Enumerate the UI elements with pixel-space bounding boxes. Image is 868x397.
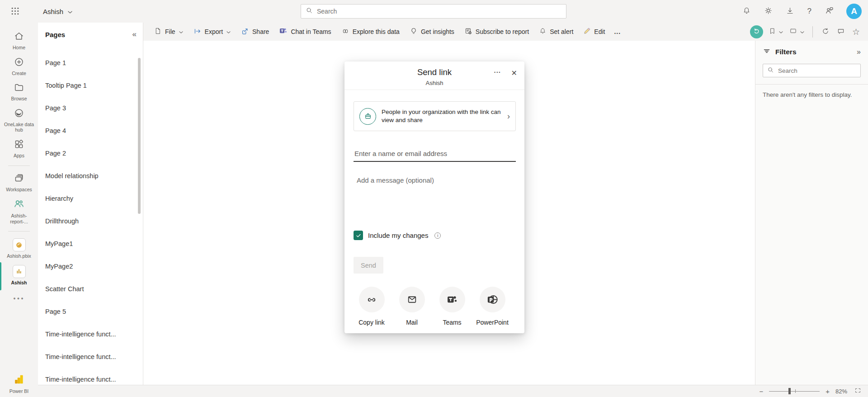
sidebar-item-label: Ashish.pbix [7, 253, 31, 259]
account-avatar[interactable]: A [846, 4, 862, 19]
toolbar-chat-in-teams[interactable]: Chat in Teams [274, 24, 335, 39]
page-item[interactable]: Tooltip Page 1 [38, 74, 143, 97]
subscribe-icon [464, 27, 472, 37]
page-item[interactable]: Page 4 [38, 119, 143, 142]
filters-search-input[interactable] [778, 67, 858, 74]
toolbar-edit[interactable]: Edit [579, 24, 609, 39]
toolbar-more-options[interactable]: ... [610, 26, 624, 37]
page-item[interactable]: Page 2 [38, 142, 143, 165]
reset-to-default-button[interactable] [750, 25, 763, 38]
page-item[interactable]: Page 5 [38, 300, 143, 323]
mail-button[interactable]: Mail [394, 287, 430, 326]
sidebar-item-create[interactable]: Create [0, 57, 38, 76]
mail-icon [399, 287, 425, 312]
lightbulb-icon [410, 27, 418, 37]
view-options-button[interactable] [789, 27, 805, 36]
bookmarks-button[interactable] [769, 27, 783, 36]
close-icon[interactable]: ✕ [511, 69, 517, 77]
folder-icon [14, 82, 24, 94]
page-item[interactable]: Model relationship [38, 165, 143, 187]
sidebar-item-home[interactable]: Home [0, 31, 38, 51]
comment-icon [837, 27, 845, 37]
download-button[interactable] [785, 5, 795, 17]
help-icon: ? [807, 7, 811, 16]
toolbar-label: Explore this data [353, 28, 400, 35]
page-item[interactable]: Drillthrough [38, 210, 143, 232]
toolbar-export[interactable]: Export [189, 24, 236, 39]
pages-scrollbar[interactable] [138, 58, 141, 214]
sidebar-item-workspace-ashish-report[interactable]: Ashish-report-... [0, 198, 38, 224]
copy-link-button[interactable]: Copy link [354, 287, 390, 326]
zoom-slider-handle[interactable] [788, 388, 791, 394]
sidebar-item-browse[interactable]: Browse [0, 82, 38, 102]
global-search-box [301, 4, 566, 19]
send-button[interactable]: Send [354, 257, 383, 274]
reset-icon [753, 27, 760, 36]
comments-button[interactable] [836, 26, 846, 38]
workspaces-icon [14, 173, 24, 185]
zoom-slider[interactable] [769, 391, 820, 392]
sidebar-item-workspaces[interactable]: Workspaces [0, 173, 38, 193]
sidebar-item-label: Apps [14, 153, 24, 159]
sidebar-item-apps[interactable]: Apps [0, 139, 38, 159]
active-indicator [0, 262, 1, 290]
toolbar-get-insights[interactable]: Get insights [405, 24, 459, 39]
send-link-dialog: Send link Ashish ... ✕ People in your or… [344, 61, 524, 333]
fit-to-page-button[interactable] [853, 386, 863, 396]
include-changes-label: Include my changes [368, 232, 428, 239]
refresh-button[interactable] [821, 26, 830, 38]
sidebar-item-ashish-pbix[interactable]: Ashish.pbix [0, 238, 38, 259]
page-item[interactable]: MyPage1 [38, 232, 143, 255]
search-icon [767, 66, 774, 75]
plus-circle-icon [14, 57, 24, 69]
powerpoint-icon [480, 287, 505, 312]
sidebar-item-onelake-data-hub[interactable]: OneLake data hub [0, 108, 38, 133]
toolbar-set-alert[interactable]: Set alert [534, 24, 578, 39]
notifications-button[interactable] [741, 5, 752, 17]
page-item[interactable]: Page 3 [38, 97, 143, 119]
sidebar-item-label: Workspaces [6, 187, 32, 193]
favorite-button[interactable]: ☆ [851, 26, 861, 38]
download-icon [786, 6, 794, 16]
help-button[interactable]: ? [807, 6, 812, 17]
info-icon[interactable]: i [434, 232, 441, 239]
page-item[interactable]: Time-intelligence funct... [38, 323, 143, 345]
page-item[interactable]: Page 1 [38, 52, 143, 74]
dialog-more-options-button[interactable]: ... [494, 66, 501, 74]
global-search-input[interactable] [317, 8, 561, 15]
recipient-input[interactable] [354, 146, 516, 162]
sidebar-item-label: Ashish-report-... [3, 213, 35, 224]
toolbar-share[interactable]: Share [236, 24, 274, 39]
toolbar-file[interactable]: File [150, 24, 188, 39]
page-item[interactable]: Time-intelligence funct... [38, 345, 143, 368]
message-input[interactable] [354, 172, 516, 222]
feedback-button[interactable] [824, 5, 835, 18]
zoom-out-button[interactable]: − [759, 388, 763, 395]
filters-search-box [763, 64, 861, 77]
filters-title: Filters [775, 48, 852, 56]
page-item[interactable]: Scatter Chart [38, 278, 143, 300]
rail-more-button[interactable]: ●●● [13, 296, 24, 301]
pages-panel-header: Pages « [38, 23, 143, 39]
refresh-icon [821, 27, 830, 37]
powerpoint-button[interactable]: PowerPoint [474, 287, 510, 326]
toolbar-subscribe-to-report[interactable]: Subscribe to report [460, 24, 533, 39]
alert-bell-icon [539, 27, 547, 36]
link-permissions-button[interactable]: People in your organization with the lin… [354, 101, 516, 131]
sidebar-item-ashish-report[interactable]: Ashish [0, 265, 38, 286]
zoom-level-label: 82% [835, 388, 847, 395]
app-launcher-button[interactable] [11, 7, 19, 17]
settings-button[interactable] [763, 5, 774, 17]
include-changes-checkbox[interactable] [354, 231, 363, 240]
expand-filters-button[interactable]: » [857, 48, 861, 56]
teams-share-button[interactable]: Teams [434, 287, 470, 326]
zoom-in-button[interactable]: + [826, 388, 830, 395]
page-item[interactable]: Time-intelligence funct... [38, 368, 143, 385]
page-item[interactable]: MyPage2 [38, 255, 143, 278]
collapse-pages-button[interactable]: « [132, 30, 137, 39]
search-icon [306, 7, 313, 16]
page-item[interactable]: Hierarchy [38, 187, 143, 210]
workspace-title-dropdown[interactable]: Ashish [43, 0, 73, 23]
toolbar-explore-this-data[interactable]: Explore this data [337, 24, 404, 39]
workspace-title: Ashish [43, 8, 63, 15]
